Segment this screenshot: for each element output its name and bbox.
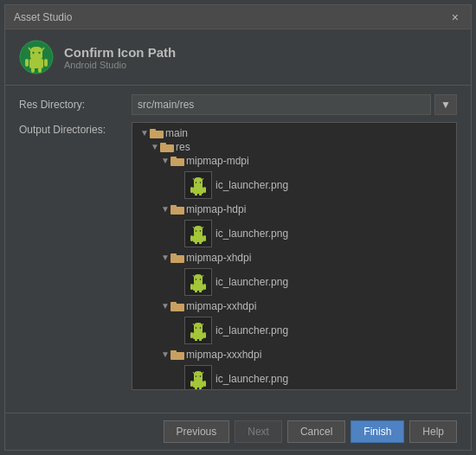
svg-rect-42 (193, 284, 203, 291)
output-directories-row: Output Directories: ▼ main ▼ (19, 122, 457, 390)
tree-node-hdpi[interactable]: ▼ mipmap-hdpi (132, 202, 456, 216)
svg-rect-59 (170, 350, 177, 353)
content-area: Res Directory: ▼ Output Directories: ▼ m… (5, 86, 471, 413)
output-directories-label: Output Directories: (19, 122, 132, 136)
svg-rect-12 (160, 144, 174, 152)
android-studio-logo (19, 40, 54, 74)
arrow-icon: ▼ (150, 142, 160, 152)
svg-rect-45 (195, 290, 197, 292)
previous-button[interactable]: Previous (164, 420, 230, 443)
svg-rect-58 (170, 352, 184, 360)
svg-rect-66 (203, 381, 206, 387)
file-label-xxhdpi: ic_launcher.png (215, 324, 288, 336)
file-tree[interactable]: ▼ main ▼ res (132, 122, 457, 390)
tree-node-xxhdpi-file: ic_launcher.png (132, 313, 456, 348)
svg-rect-32 (190, 235, 193, 241)
svg-point-29 (196, 230, 197, 232)
svg-rect-37 (170, 253, 177, 256)
icon-preview-xxxhdpi (184, 365, 212, 390)
svg-point-30 (200, 230, 202, 232)
res-directory-dropdown[interactable]: ▼ (434, 94, 457, 115)
svg-rect-48 (170, 302, 177, 304)
tree-node-res[interactable]: ▼ res (132, 140, 456, 154)
folder-icon-main (150, 128, 164, 138)
android-icon-xxhdpi (188, 320, 209, 341)
dialog-title: Asset Studio (14, 11, 72, 23)
svg-rect-57 (199, 338, 202, 341)
svg-point-18 (196, 182, 197, 183)
icon-preview-xxhdpi (184, 317, 212, 344)
svg-rect-21 (190, 187, 193, 193)
help-button[interactable]: Help (409, 420, 457, 443)
svg-rect-36 (170, 255, 184, 263)
footer: Previous Next Cancel Finish Help (5, 413, 471, 450)
icon-preview-mdpi (184, 171, 212, 199)
tree-node-mdpi[interactable]: ▼ mipmap-mdpi (132, 154, 456, 168)
file-label-xhdpi: ic_launcher.png (215, 276, 288, 288)
svg-point-51 (196, 327, 197, 329)
svg-rect-34 (195, 241, 197, 244)
svg-rect-67 (195, 387, 197, 389)
close-button[interactable]: × (448, 10, 462, 24)
tree-node-mdpi-file: ic_launcher.png (132, 168, 456, 202)
svg-rect-55 (203, 332, 206, 338)
svg-rect-10 (150, 131, 164, 138)
svg-rect-25 (170, 207, 184, 215)
tree-node-xxhdpi[interactable]: ▼ mipmap-xxhdpi (132, 299, 456, 313)
svg-point-3 (32, 52, 34, 54)
svg-rect-65 (190, 381, 193, 387)
file-label-mdpi: ic_launcher.png (215, 179, 288, 191)
tree-label-xxhdpi: mipmap-xxhdpi (186, 300, 256, 312)
svg-rect-9 (38, 67, 42, 73)
arrow-icon: ▼ (139, 128, 150, 138)
folder-icon-res (160, 142, 174, 152)
svg-rect-13 (160, 143, 166, 145)
svg-point-52 (200, 327, 202, 329)
svg-rect-14 (170, 158, 184, 166)
tree-label-main: main (165, 127, 188, 139)
tree-label-hdpi: mipmap-hdpi (186, 203, 246, 215)
svg-rect-31 (193, 235, 203, 242)
svg-rect-26 (170, 205, 177, 208)
svg-rect-5 (29, 59, 43, 68)
svg-point-63 (200, 375, 202, 377)
svg-rect-53 (193, 332, 203, 339)
svg-rect-23 (195, 193, 197, 195)
svg-point-19 (200, 182, 202, 183)
folder-icon-xhdpi (170, 253, 184, 263)
android-icon-hdpi (188, 223, 209, 244)
svg-rect-7 (44, 59, 48, 67)
android-icon-xxxhdpi (188, 368, 209, 389)
tree-node-xhdpi-file: ic_launcher.png (132, 265, 456, 299)
folder-icon-xxxhdpi (170, 349, 184, 360)
tree-node-xhdpi[interactable]: ▼ mipmap-xhdpi (132, 251, 456, 265)
svg-point-4 (38, 52, 40, 54)
res-directory-label: Res Directory: (19, 99, 132, 111)
tree-label-xxxhdpi: mipmap-xxxhdpi (186, 349, 261, 361)
dialog-subheading: Android Studio (64, 60, 176, 70)
finish-button[interactable]: Finish (351, 420, 404, 443)
icon-preview-hdpi (184, 220, 212, 247)
dialog-heading: Confirm Icon Path (64, 45, 176, 60)
svg-rect-33 (203, 235, 206, 241)
svg-rect-43 (190, 284, 193, 290)
next-button[interactable]: Next (235, 420, 282, 443)
tree-node-xxxhdpi-file: ic_launcher.png (132, 362, 456, 390)
folder-icon-hdpi (170, 204, 184, 215)
tree-node-xxxhdpi[interactable]: ▼ mipmap-xxxhdpi (132, 348, 456, 362)
svg-rect-47 (170, 304, 184, 311)
tree-node-main[interactable]: ▼ main (132, 126, 456, 140)
svg-rect-64 (193, 381, 203, 388)
svg-rect-22 (203, 187, 206, 193)
folder-icon-mdpi (170, 156, 184, 166)
svg-rect-54 (190, 332, 193, 338)
svg-point-40 (196, 279, 197, 280)
title-bar: Asset Studio × (5, 5, 471, 29)
file-label-hdpi: ic_launcher.png (215, 228, 288, 240)
folder-icon-xxhdpi (170, 301, 184, 311)
tree-label-res: res (176, 141, 190, 153)
svg-rect-56 (195, 338, 197, 341)
res-directory-input[interactable] (132, 94, 431, 115)
cancel-button[interactable]: Cancel (287, 420, 345, 443)
tree-node-hdpi-file: ic_launcher.png (132, 216, 456, 251)
